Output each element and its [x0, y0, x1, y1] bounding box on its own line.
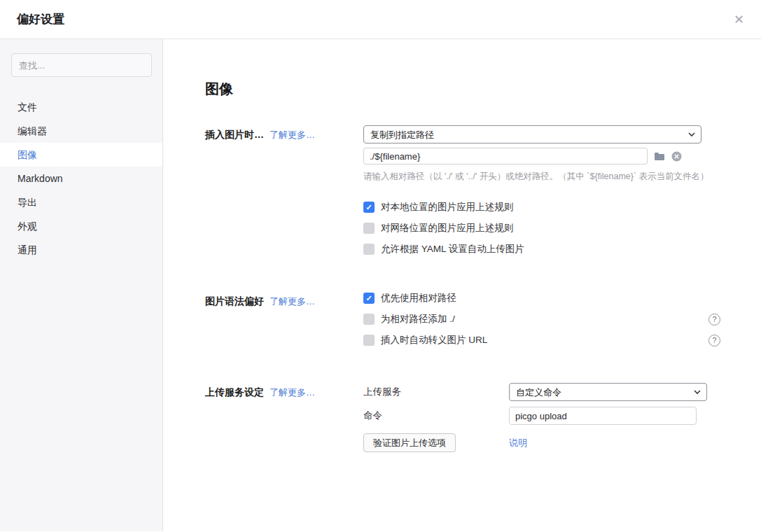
upload-service-row: 上传服务 自定义命令 [363, 383, 720, 401]
learn-more-link-upload[interactable]: 了解更多… [270, 387, 315, 398]
checkbox-add-dot-slash[interactable]: 为相对路径添加 ./ ? [363, 313, 720, 326]
section-upload-service: 上传服务设定了解更多… 上传服务 自定义命令 命令 [205, 383, 761, 458]
page-title: 图像 [205, 80, 761, 99]
checkbox-icon[interactable] [363, 293, 375, 304]
learn-more-link-insert[interactable]: 了解更多… [270, 130, 315, 140]
command-label: 命令 [363, 410, 509, 422]
validate-upload-button[interactable]: 验证图片上传选项 [363, 433, 456, 452]
section-title: 图片语法偏好 [205, 295, 264, 307]
section-title: 插入图片时… [205, 129, 264, 140]
section-title: 上传服务设定 [205, 386, 264, 398]
upload-service-select[interactable]: 自定义命令 [509, 383, 707, 401]
sidebar-item-general[interactable]: 通用 [0, 238, 162, 262]
command-input[interactable] [509, 407, 697, 425]
image-settings-panel: 图像 插入图片时…了解更多… 复制到指定路径 [163, 39, 761, 531]
checkbox-icon[interactable] [363, 335, 375, 346]
search-input[interactable] [11, 53, 152, 77]
sidebar-nav: 文件 编辑器 图像 Markdown 导出 外观 通用 [0, 95, 162, 262]
sidebar-item-editor[interactable]: 编辑器 [0, 119, 162, 143]
checkbox-prefer-relative-path[interactable]: 优先使用相对路径 [363, 292, 720, 304]
checkbox-escape-image-url[interactable]: 插入时自动转义图片 URL ? [363, 334, 720, 346]
upload-service-label: 上传服务 [363, 386, 509, 398]
instructions-link[interactable]: 说明 [509, 437, 527, 449]
copy-path-input[interactable] [363, 148, 648, 164]
command-row: 命令 [363, 407, 720, 425]
section-syntax-label: 图片语法偏好了解更多… [205, 292, 363, 355]
validate-row: 验证图片上传选项 说明 [363, 433, 720, 452]
sidebar: 文件 编辑器 图像 Markdown 导出 外观 通用 [0, 39, 163, 531]
checkbox-apply-network-rule[interactable]: 对网络位置的图片应用上述规则 [363, 222, 720, 234]
window-title: 偏好设置 [17, 11, 64, 27]
checkbox-icon[interactable] [363, 314, 375, 325]
sidebar-item-markdown[interactable]: Markdown [0, 167, 162, 190]
section-insert-label: 插入图片时…了解更多… [205, 125, 363, 264]
help-icon[interactable]: ? [708, 335, 720, 346]
checkbox-icon[interactable] [363, 223, 375, 234]
sidebar-item-image[interactable]: 图像 [0, 143, 162, 167]
help-icon[interactable]: ? [708, 314, 720, 326]
folder-icon[interactable] [654, 152, 665, 161]
clear-icon[interactable] [671, 151, 682, 162]
checkbox-yaml-auto-upload[interactable]: 允许根据 YAML 设置自动上传图片 [363, 243, 720, 255]
checkbox-apply-local-rule[interactable]: 对本地位置的图片应用上述规则 [363, 201, 720, 214]
preferences-window: 文件 编辑器 图像 Markdown 导出 外观 通用 图像 插入图片时…了解更… [0, 39, 761, 531]
titlebar: 偏好设置 ✕ [0, 0, 761, 39]
sidebar-item-export[interactable]: 导出 [0, 190, 162, 214]
close-icon[interactable]: ✕ [734, 13, 744, 26]
checkbox-icon[interactable] [363, 244, 375, 255]
section-upload-label: 上传服务设定了解更多… [205, 383, 363, 458]
path-hint: 请输入相对路径（以 './' 或 '../' 开头）或绝对路径。（其中 `${f… [363, 171, 720, 183]
sidebar-item-appearance[interactable]: 外观 [0, 214, 162, 238]
learn-more-link-syntax[interactable]: 了解更多… [270, 296, 315, 307]
insert-action-select[interactable]: 复制到指定路径 [363, 125, 701, 144]
checkbox-icon[interactable] [363, 202, 375, 213]
section-insert-image: 插入图片时…了解更多… 复制到指定路径 [205, 125, 761, 264]
sidebar-item-files[interactable]: 文件 [0, 95, 162, 119]
section-image-syntax: 图片语法偏好了解更多… 优先使用相对路径 为相对路径添加 ./ ? 插入时自动转… [205, 292, 761, 355]
